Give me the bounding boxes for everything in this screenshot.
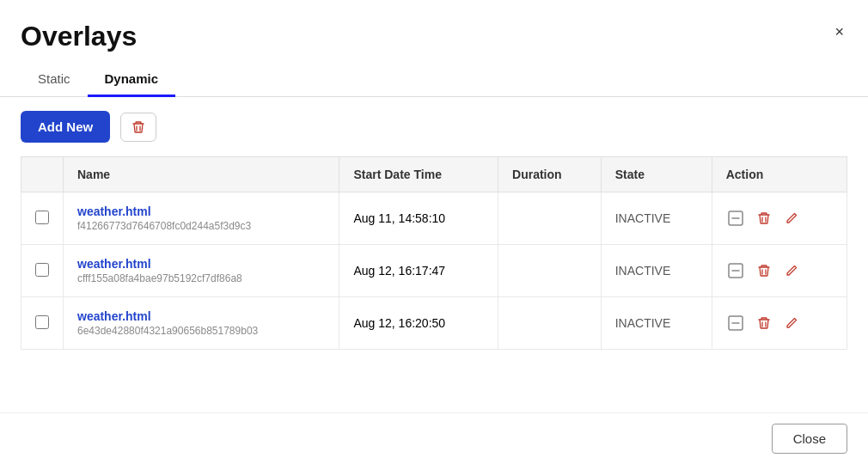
row-1-delete-button[interactable] <box>755 210 773 227</box>
row-3-duration <box>498 297 602 350</box>
row-3-filename[interactable]: weather.html <box>77 309 325 323</box>
row-2-datetime: Aug 12, 16:17:47 <box>339 245 498 297</box>
col-name: Name <box>64 157 339 192</box>
row-1-state: INACTIVE <box>601 192 712 245</box>
toolbar: Add New <box>0 97 868 156</box>
table-header: Name Start Date Time Duration State Acti… <box>21 157 847 192</box>
row-3-actions <box>712 297 847 350</box>
row-3-edit-button[interactable] <box>783 314 800 332</box>
edit-icon <box>785 264 798 278</box>
row-3-state: INACTIVE <box>601 297 712 350</box>
dialog-header: Overlays × <box>0 0 868 52</box>
tab-static[interactable]: Static <box>21 63 88 97</box>
trash-icon <box>757 211 771 225</box>
row-3-minus-button[interactable] <box>726 314 745 333</box>
trash-icon <box>757 316 771 330</box>
minus-square-icon <box>728 211 743 226</box>
row-1-datetime: Aug 11, 14:58:10 <box>339 192 498 245</box>
row-2-delete-button[interactable] <box>755 262 773 279</box>
row-3-delete-button[interactable] <box>755 314 773 332</box>
row-checkbox-cell <box>21 192 64 245</box>
row-1-minus-button[interactable] <box>726 209 745 228</box>
row-2-fileid: cfff155a08fa4bae97b5192cf7df86a8 <box>77 272 325 284</box>
row-1-name-cell: weather.html f41266773d7646708fc0d244a5f… <box>64 192 339 245</box>
col-start-date: Start Date Time <box>339 157 498 192</box>
row-1-fileid: f41266773d7646708fc0d244a5f3d9c3 <box>77 220 325 232</box>
table-body: weather.html f41266773d7646708fc0d244a5f… <box>21 192 847 350</box>
row-3-name-cell: weather.html 6e43de42880f4321a90656b8517… <box>64 297 339 350</box>
page-title: Overlays <box>21 21 137 52</box>
row-1-actions <box>712 192 847 245</box>
row-3-datetime: Aug 12, 16:20:50 <box>339 297 498 350</box>
close-footer-button[interactable]: Close <box>772 424 847 454</box>
trash-icon <box>757 264 771 278</box>
trash-icon <box>131 120 145 134</box>
row-2-minus-button[interactable] <box>726 261 745 280</box>
row-checkbox-cell <box>21 245 64 297</box>
row-2-state: INACTIVE <box>601 245 712 297</box>
row-checkbox-cell <box>21 297 64 350</box>
table-container: Name Start Date Time Duration State Acti… <box>0 156 868 412</box>
table-row: weather.html 6e43de42880f4321a90656b8517… <box>21 297 847 350</box>
delete-toolbar-button[interactable] <box>120 113 156 142</box>
row-1-filename[interactable]: weather.html <box>77 205 325 218</box>
dialog-footer: Close <box>0 412 868 464</box>
row-1-edit-button[interactable] <box>783 210 800 227</box>
row-2-name-cell: weather.html cfff155a08fa4bae97b5192cf7d… <box>64 245 339 297</box>
row-3-fileid: 6e43de42880f4321a90656b851789b03 <box>77 325 325 337</box>
table-row: weather.html f41266773d7646708fc0d244a5f… <box>21 192 847 245</box>
overlays-table: Name Start Date Time Duration State Acti… <box>21 156 847 350</box>
row-3-checkbox[interactable] <box>35 315 49 329</box>
edit-icon <box>785 316 798 330</box>
overlays-dialog: Overlays × Static Dynamic Add New Name S… <box>0 0 868 464</box>
tab-dynamic[interactable]: Dynamic <box>88 63 176 97</box>
row-2-actions <box>712 245 847 297</box>
col-duration: Duration <box>498 157 602 192</box>
minus-square-icon <box>728 315 743 331</box>
row-2-duration <box>498 245 602 297</box>
col-checkbox <box>21 157 64 192</box>
tabs-bar: Static Dynamic <box>0 63 868 97</box>
close-x-button[interactable]: × <box>831 21 847 43</box>
col-state: State <box>601 157 712 192</box>
row-2-edit-button[interactable] <box>783 262 800 279</box>
minus-square-icon <box>728 263 743 278</box>
row-1-duration <box>498 192 602 245</box>
add-new-button[interactable]: Add New <box>21 111 110 143</box>
col-action: Action <box>712 157 847 192</box>
row-2-filename[interactable]: weather.html <box>77 257 325 271</box>
row-1-checkbox[interactable] <box>35 211 49 224</box>
table-row: weather.html cfff155a08fa4bae97b5192cf7d… <box>21 245 847 297</box>
edit-icon <box>785 211 798 225</box>
row-2-checkbox[interactable] <box>35 263 49 277</box>
